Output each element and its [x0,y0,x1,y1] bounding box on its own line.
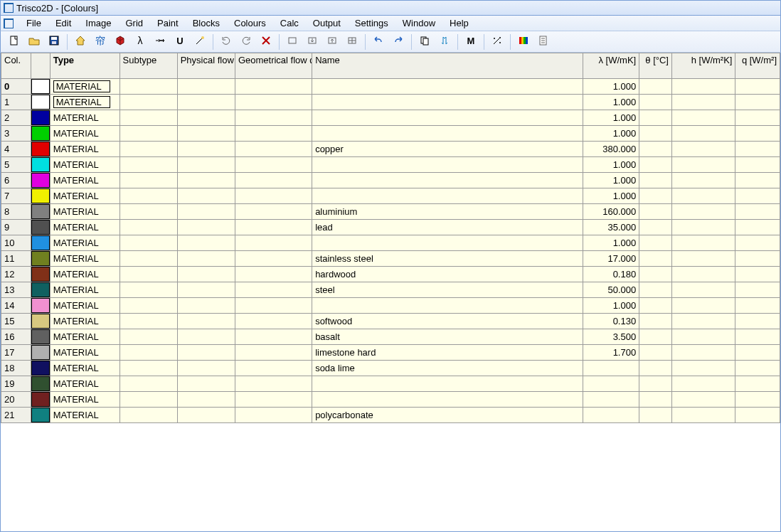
header-q[interactable]: q [W/m²] [735,53,780,79]
subtype-cell[interactable] [119,126,177,142]
lambda-cell[interactable]: 17.000 [583,251,639,267]
name-cell[interactable] [312,392,583,408]
name-cell[interactable]: soda lime [312,361,583,376]
subtype-cell[interactable] [119,142,177,157]
lambda-cell[interactable]: 1.000 [583,173,639,188]
menu-edit[interactable]: Edit [48,16,78,30]
row-index[interactable]: 21 [1,408,31,423]
row-index[interactable]: 14 [1,298,31,314]
colour-swatch[interactable] [31,345,50,361]
menu-settings[interactable]: Settings [348,16,395,30]
header-geometrical[interactable]: Geometrical flow dir. [235,53,312,79]
theta-cell[interactable] [639,361,672,376]
physical-cell[interactable] [177,282,235,298]
row-index[interactable]: 19 [1,376,31,392]
h-cell[interactable] [671,110,735,126]
name-cell[interactable]: steel [312,282,583,298]
lambda-cell[interactable]: 0.180 [583,267,639,282]
table-row[interactable]: 16MATERIALbasalt3.500 [1,329,780,345]
row-index[interactable]: 6 [1,173,31,188]
h-cell[interactable] [671,361,735,376]
header-theta[interactable]: θ [°C] [639,53,672,79]
row-index[interactable]: 0 [1,79,31,95]
type-cell[interactable]: MATERIAL [50,142,119,157]
q-cell[interactable] [735,329,780,345]
type-cell[interactable]: MATERIAL [50,188,119,204]
table-row[interactable]: 17MATERIALlimestone hard1.700 [1,345,780,361]
undo-rotate-button[interactable] [217,33,235,50]
q-cell[interactable] [735,282,780,298]
lambda-cell[interactable]: 380.000 [583,142,639,157]
q-cell[interactable] [735,345,780,361]
physical-cell[interactable] [177,376,235,392]
row-index[interactable]: 20 [1,392,31,408]
table-row[interactable]: 1MATERIAL1.000 [1,95,780,110]
physical-cell[interactable] [177,142,235,157]
row-index[interactable]: 18 [1,361,31,376]
theta-cell[interactable] [639,282,672,298]
rainbow-button[interactable] [514,33,533,50]
geometrical-cell[interactable] [235,376,312,392]
theta-cell[interactable] [639,345,672,361]
header-type[interactable]: Type [50,53,119,79]
name-cell[interactable] [312,110,583,126]
h-cell[interactable] [671,126,735,142]
geometrical-cell[interactable] [235,204,312,220]
subtype-cell[interactable] [119,95,177,110]
row-index[interactable]: 3 [1,126,31,142]
row-index[interactable]: 12 [1,267,31,282]
header-lambda[interactable]: λ [W/mK] [583,53,639,79]
lambda-cell[interactable]: 1.000 [583,126,639,142]
q-cell[interactable] [735,235,780,251]
menu-blocks[interactable]: Blocks [186,16,227,30]
name-cell[interactable] [312,95,583,110]
h-cell[interactable] [671,392,735,408]
wand-dots-button[interactable] [488,33,506,50]
chinese-char-button[interactable]: 帘 [91,33,110,50]
header-row[interactable]: Col. Type Subtype Physical flow dir. Geo… [1,53,780,79]
row-index[interactable]: 7 [1,188,31,204]
h-cell[interactable] [671,157,735,173]
geometrical-cell[interactable] [235,79,312,95]
header-subtype[interactable]: Subtype [119,53,177,79]
physical-cell[interactable] [177,392,235,408]
type-cell[interactable]: MATERIAL [50,173,119,188]
subtype-cell[interactable] [119,361,177,376]
table-row[interactable]: 10MATERIAL1.000 [1,235,780,251]
name-cell[interactable] [312,79,583,95]
colour-swatch[interactable] [31,173,50,188]
geometrical-cell[interactable] [235,188,312,204]
table-row[interactable]: 19MATERIAL [1,376,780,392]
q-cell[interactable] [735,267,780,282]
header-h[interactable]: h [W/m²K] [671,53,735,79]
letter-m-button[interactable]: M [462,33,480,50]
theta-cell[interactable] [639,408,672,423]
h-cell[interactable] [671,79,735,95]
geometrical-cell[interactable] [235,142,312,157]
h-cell[interactable] [671,235,735,251]
menu-file[interactable]: File [19,16,48,30]
geometrical-cell[interactable] [235,392,312,408]
type-cell[interactable]: MATERIAL [50,126,119,142]
name-cell[interactable] [312,157,583,173]
geometrical-cell[interactable] [235,173,312,188]
q-cell[interactable] [735,298,780,314]
geometrical-cell[interactable] [235,329,312,345]
copy-button[interactable] [415,33,434,50]
cube-button[interactable] [111,33,129,50]
subtype-cell[interactable] [119,267,177,282]
theta-cell[interactable] [639,376,672,392]
table-row[interactable]: 7MATERIAL1.000 [1,188,780,204]
colour-swatch[interactable] [31,314,50,329]
q-cell[interactable] [735,95,780,110]
subtype-cell[interactable] [119,298,177,314]
menu-calc[interactable]: Calc [273,16,306,30]
home-button[interactable] [71,33,90,50]
subtype-cell[interactable] [119,173,177,188]
subtype-cell[interactable] [119,220,177,235]
geometrical-cell[interactable] [235,361,312,376]
geometrical-cell[interactable] [235,267,312,282]
redo-button[interactable] [389,33,408,50]
q-cell[interactable] [735,79,780,95]
theta-cell[interactable] [639,188,672,204]
